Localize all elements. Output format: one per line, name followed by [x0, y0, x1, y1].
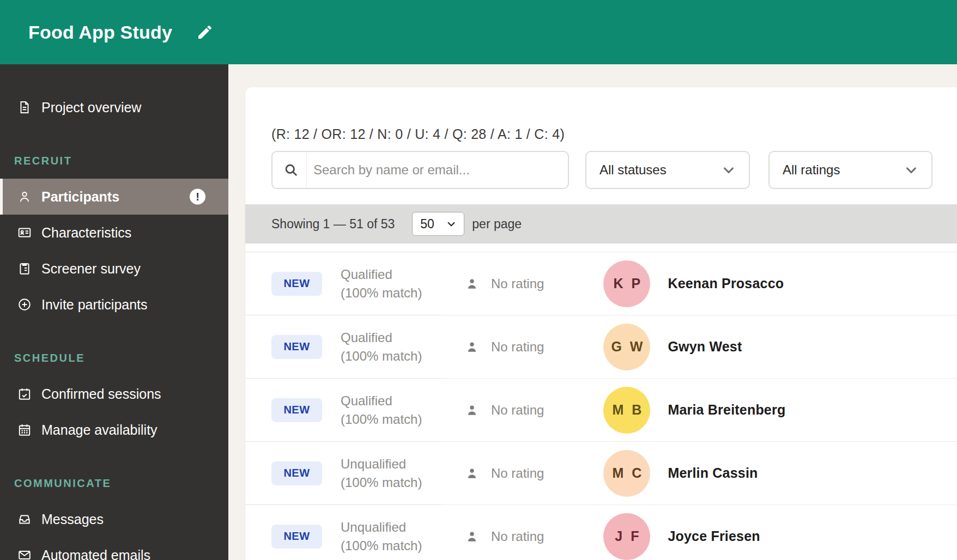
rating-filter-value: All ratings — [783, 162, 840, 178]
person-icon — [17, 190, 32, 204]
calendar-grid-icon — [17, 423, 32, 437]
qualification-status: Qualified (100% match) — [341, 328, 422, 366]
qualification-status: Unqualified (100% match) — [341, 518, 422, 555]
app-header: Food App Study — [0, 0, 957, 64]
rating-label: No rating — [491, 466, 544, 481]
sidebar-section-recruit: RECRUIT — [0, 151, 228, 170]
status-cell: NEW Qualified (100% match) — [245, 252, 441, 315]
id-card-icon — [17, 226, 32, 240]
sidebar-item-characteristics[interactable]: Characteristics — [0, 215, 228, 251]
sidebar-item-label: Characteristics — [41, 225, 131, 241]
participants-panel: (R: 12 / OR: 12 / N: 0 / U: 4 / Q: 28 / … — [245, 87, 957, 560]
sidebar-item-manage-availability[interactable]: Manage availability — [0, 412, 228, 448]
avatar: M B — [603, 387, 650, 434]
status-badge: NEW — [271, 398, 322, 422]
qualification-label: Unqualified — [341, 518, 422, 537]
showing-count: Showing 1 — 51 of 53 — [271, 217, 395, 232]
match-percentage: (100% match) — [341, 537, 422, 555]
rating-filter-dropdown[interactable]: All ratings — [768, 151, 932, 189]
match-percentage: (100% match) — [341, 410, 422, 429]
status-filter-value: All statuses — [599, 162, 667, 178]
match-percentage: (100% match) — [341, 347, 422, 366]
filter-row: All statuses All ratings — [271, 151, 957, 189]
participant-row[interactable]: NEW Qualified (100% match) No rating K P… — [245, 252, 957, 315]
sidebar-item-confirmed-sessions[interactable]: Confirmed sessions — [0, 376, 228, 412]
match-percentage: (100% match) — [341, 284, 422, 302]
search-input[interactable] — [307, 154, 568, 186]
pagination-bar: Showing 1 — 51 of 53 50 per page — [245, 204, 957, 244]
person-icon — [465, 403, 479, 417]
study-title: Food App Study — [28, 22, 172, 43]
person-icon — [465, 277, 479, 291]
sidebar-item-label: Project overview — [41, 100, 141, 115]
status-cell: NEW Qualified (100% match) — [245, 378, 441, 441]
sidebar-item-screener-survey[interactable]: Screener survey — [0, 251, 228, 287]
document-icon — [17, 100, 32, 114]
calendar-check-icon — [17, 387, 32, 401]
participants-alert-icon: ! — [190, 189, 205, 205]
participant-name[interactable]: Merlin Cassin — [668, 465, 758, 481]
qualification-label: Unqualified — [341, 455, 422, 473]
avatar: G W — [603, 324, 650, 370]
per-page-select[interactable]: 50 — [412, 212, 464, 236]
status-badge: NEW — [271, 335, 322, 359]
qualification-label: Qualified — [341, 328, 422, 347]
participant-row[interactable]: NEW Qualified (100% match) No rating M B… — [245, 378, 957, 441]
rating-label: No rating — [491, 403, 544, 418]
chevron-down-icon — [445, 218, 457, 230]
qualification-label: Qualified — [341, 392, 422, 410]
sidebar-item-label: Messages — [41, 512, 104, 527]
participant-row[interactable]: NEW Qualified (100% match) No rating G W… — [245, 315, 957, 378]
person-icon — [465, 529, 479, 544]
sidebar: Project overview RECRUIT Participants ! … — [0, 64, 228, 560]
per-page-value: 50 — [420, 217, 434, 232]
qualification-status: Qualified (100% match) — [341, 265, 422, 302]
rating-label: No rating — [491, 276, 544, 291]
match-percentage: (100% match) — [341, 473, 422, 492]
participant-cell: No rating J F Joyce Friesen — [441, 504, 957, 560]
rating-label: No rating — [491, 339, 544, 355]
chevron-down-icon — [903, 162, 919, 178]
participant-list: NEW Qualified (100% match) No rating K P… — [245, 252, 957, 560]
status-cell: NEW Qualified (100% match) — [245, 315, 441, 378]
sidebar-item-label: Automated emails — [41, 547, 150, 560]
participant-name[interactable]: Joyce Friesen — [668, 528, 760, 544]
sidebar-item-label: Confirmed sessions — [41, 386, 161, 402]
status-badge: NEW — [271, 461, 322, 485]
inbox-icon — [17, 512, 32, 526]
plus-circle-icon — [17, 297, 32, 312]
participant-name[interactable]: Keenan Prosacco — [668, 276, 784, 291]
sidebar-item-label: Participants — [41, 189, 119, 205]
participant-cell: No rating M B Maria Breitenberg — [441, 378, 957, 441]
sidebar-item-invite-participants[interactable]: Invite participants — [0, 287, 228, 322]
sidebar-item-automated-emails[interactable]: Automated emails — [0, 537, 228, 560]
sidebar-section-schedule: SCHEDULE — [0, 349, 228, 367]
participant-name[interactable]: Gwyn West — [668, 339, 742, 355]
search-icon — [283, 162, 299, 178]
avatar: J F — [603, 513, 650, 560]
avatar: M C — [603, 450, 650, 497]
envelope-icon — [17, 548, 32, 560]
sidebar-section-communicate: COMMUNICATE — [0, 474, 228, 492]
qualification-status: Qualified (100% match) — [341, 392, 422, 429]
sidebar-item-participants[interactable]: Participants ! — [0, 179, 228, 215]
qualification-label: Qualified — [341, 265, 422, 284]
main-content: (R: 12 / OR: 12 / N: 0 / U: 4 / Q: 28 / … — [228, 64, 957, 560]
clipboard-icon — [17, 261, 32, 276]
participant-name[interactable]: Maria Breitenberg — [668, 402, 785, 418]
participant-row[interactable]: NEW Unqualified (100% match) No rating J… — [245, 504, 957, 560]
participant-cell: No rating K P Keenan Prosacco — [441, 252, 957, 315]
avatar: K P — [603, 260, 650, 307]
pencil-icon — [196, 23, 214, 41]
sidebar-item-label: Invite participants — [41, 297, 148, 313]
sidebar-item-label: Manage availability — [41, 422, 158, 438]
sidebar-item-messages[interactable]: Messages — [0, 501, 228, 537]
edit-title-button[interactable] — [196, 23, 214, 41]
status-filter-dropdown[interactable]: All statuses — [585, 151, 750, 189]
sidebar-item-project-overview[interactable]: Project overview — [0, 89, 228, 125]
status-cell: NEW Unqualified (100% match) — [245, 441, 441, 504]
search-box — [271, 151, 569, 189]
person-icon — [465, 466, 479, 480]
participant-row[interactable]: NEW Unqualified (100% match) No rating M… — [245, 441, 957, 504]
per-page-label: per page — [472, 217, 522, 232]
